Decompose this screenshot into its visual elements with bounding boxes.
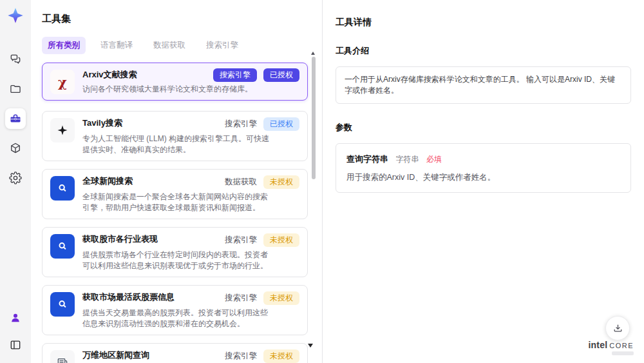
tool-card-content: Tavily搜索 搜索引擎 已授权 专为人工智能代理 (LLM) 构建的搜索引擎… — [82, 117, 299, 155]
tool-name: 全球新闻搜索 — [82, 175, 220, 186]
intro-heading: 工具介绍 — [336, 45, 631, 57]
category-badge[interactable]: 搜索引擎 — [213, 68, 257, 82]
tool-name: Arxiv文献搜索 — [82, 68, 208, 80]
core-logo-text: CORE — [609, 342, 634, 349]
parameter-description: 用于搜索的Arxiv ID、关键字或作者姓名。 — [346, 172, 620, 183]
scrollbar-down-arrow[interactable] — [308, 344, 313, 348]
toolbox-icon[interactable] — [5, 108, 26, 129]
newspaper-icon — [50, 350, 75, 363]
auth-status-badge: 未授权 — [263, 291, 299, 305]
logo-subtext-bar — [612, 351, 634, 355]
tool-name: 万维地区新闻查询 — [82, 349, 220, 360]
category-tabs: 所有类别 语言翻译 数据获取 搜索引擎 — [42, 37, 308, 54]
tool-description: 提供当天交易量最高的股票列表。投资者可以利用这些信息来识别流动性强的股票和潜在的… — [82, 308, 273, 329]
tool-card-tavily[interactable]: Tavily搜索 搜索引擎 已授权 专为人工智能代理 (LLM) 构建的搜索引擎… — [42, 111, 308, 161]
auth-status-badge: 已授权 — [263, 117, 299, 131]
settings-icon[interactable] — [5, 168, 26, 188]
parameter-name: 查询字符串 — [346, 154, 388, 164]
tool-detail-panel: 工具详情 工具介绍 一个用于从Arxiv存储库搜索科学论文和文章的工具。 输入可… — [323, 0, 644, 363]
parameter-type: 字符串 — [395, 155, 419, 164]
panel-toggle-icon[interactable] — [5, 335, 26, 355]
app-logo-icon[interactable] — [6, 6, 24, 25]
parameter-header: 查询字符串 字符串 必填 — [346, 153, 620, 165]
intel-logo-text: intel — [588, 340, 607, 350]
intel-core-logo: intelCORE — [588, 340, 634, 355]
download-button[interactable] — [605, 316, 630, 340]
detail-title: 工具详情 — [336, 17, 631, 28]
tool-card-content: 万维地区新闻查询 搜索引擎 未授权 查询具体行政区划内的新闻，快速了解各地新闻动 — [82, 349, 299, 363]
tool-description: 全球新闻搜索是一个聚合全球各大新闻网站内容的搜索引擎，帮助用户快速获取全球最新资… — [82, 191, 273, 213]
category-label: 数据获取 — [225, 175, 257, 190]
blue-search-icon — [50, 176, 75, 201]
tool-description: 访问各个研究领域大量科学论文和文章的存储库。 — [82, 84, 273, 95]
page-title: 工具集 — [42, 13, 308, 25]
rail-items — [5, 49, 26, 188]
tool-card-content: Arxiv文献搜索 搜索引擎 已授权 访问各个研究领域大量科学论文和文章的存储库… — [82, 68, 299, 95]
tool-card-content: 获取市场最活跃股票信息 搜索引擎 未授权 提供当天交易量最高的股票列表。投资者可… — [82, 291, 299, 329]
tool-card-global-news[interactable]: 全球新闻搜索 数据获取 未授权 全球新闻搜索是一个聚合全球各大新闻网站内容的搜索… — [42, 169, 308, 219]
tab-all-categories[interactable]: 所有类别 — [42, 37, 86, 54]
tool-name: 获取市场最活跃股票信息 — [82, 291, 220, 302]
tool-description: 专为人工智能代理 (LLM) 构建的搜索引擎工具。可快速提供实时、准确和真实的结… — [82, 133, 273, 155]
tool-card-arxiv[interactable]: χ Arxiv文献搜索 搜索引擎 已授权 访问各个研究领域大量科学论文和文章的存… — [42, 63, 308, 101]
tool-intro-card: 一个用于从Arxiv存储库搜索科学论文和文章的工具。 输入可以是Arxiv ID… — [336, 66, 631, 104]
tool-card-stock-sectors[interactable]: 获取股市各行业表现 搜索引擎 未授权 提供股票市场各个行业在特定时间段内的表现。… — [42, 227, 308, 277]
auth-status-badge: 未授权 — [263, 175, 299, 189]
auth-status-badge[interactable]: 已授权 — [263, 68, 299, 82]
download-icon — [612, 323, 623, 334]
auth-status-badge: 未授权 — [263, 233, 299, 247]
tool-name: 获取股市各行业表现 — [82, 233, 220, 244]
tab-language-translation[interactable]: 语言翻译 — [95, 37, 138, 54]
cube-icon[interactable] — [5, 138, 26, 159]
tavily-star-icon — [50, 118, 75, 142]
left-rail — [0, 0, 31, 363]
category-label: 搜索引擎 — [225, 291, 257, 306]
category-label: 搜索引擎 — [225, 349, 257, 363]
tool-description: 提供股票市场各个行业在特定时间段内的表现。投资者可以利用这些信息来识别表现优于或… — [82, 250, 273, 271]
tab-data-fetch[interactable]: 数据获取 — [147, 37, 191, 54]
tool-card-content: 获取股市各行业表现 搜索引擎 未授权 提供股票市场各个行业在特定时间段内的表现。… — [82, 233, 299, 271]
category-label: 搜索引擎 — [225, 233, 257, 248]
rail-bottom — [5, 308, 26, 355]
arxiv-icon: χ — [50, 70, 75, 94]
blue-search-icon — [50, 292, 75, 317]
parameter-card: 查询字符串 字符串 必填 用于搜索的Arxiv ID、关键字或作者姓名。 — [336, 143, 631, 193]
tool-card-regional-news[interactable]: 万维地区新闻查询 搜索引擎 未授权 查询具体行政区划内的新闻，快速了解各地新闻动 — [42, 343, 308, 363]
tool-card-active-stocks[interactable]: 获取市场最活跃股票信息 搜索引擎 未授权 提供当天交易量最高的股票列表。投资者可… — [42, 285, 308, 335]
tool-card-content: 全球新闻搜索 数据获取 未授权 全球新闻搜索是一个聚合全球各大新闻网站内容的搜索… — [82, 175, 299, 213]
chat-icon[interactable] — [5, 49, 26, 70]
parameter-required-badge: 必填 — [426, 155, 442, 164]
user-icon[interactable] — [5, 308, 26, 328]
tab-search-engine[interactable]: 搜索引擎 — [200, 37, 244, 54]
params-heading: 参数 — [336, 122, 631, 133]
tool-name: Tavily搜索 — [82, 117, 220, 128]
auth-status-badge: 未授权 — [263, 349, 299, 363]
tool-list-panel: 工具集 所有类别 语言翻译 数据获取 搜索引擎 χ Arxiv文献搜索 搜索引擎… — [31, 0, 323, 363]
folder-icon[interactable] — [5, 79, 26, 99]
scrollbar-up-arrow[interactable] — [311, 52, 315, 55]
tool-intro-text: 一个用于从Arxiv存储库搜索科学论文和文章的工具。 输入可以是Arxiv ID… — [345, 75, 615, 95]
blue-search-icon — [50, 234, 75, 259]
scrollbar-thumb[interactable] — [312, 57, 316, 179]
category-label: 搜索引擎 — [225, 117, 257, 132]
